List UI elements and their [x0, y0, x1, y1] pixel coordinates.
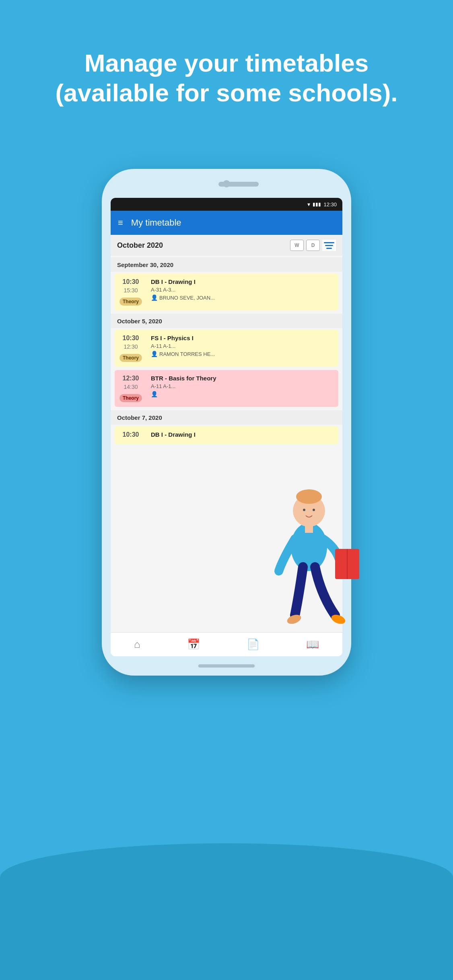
event-start-btr: 12:30 [123, 375, 139, 382]
event-tag-fs1: Theory [119, 354, 142, 362]
event-title-fs1: FS I - Physics I [151, 335, 334, 341]
event-time-col-btr: 12:30 14:30 Theory [115, 370, 147, 407]
event-info-btr: BTR - Basis for Theory A-11 A-1... 👤 [147, 370, 338, 407]
status-time: 12:30 [323, 201, 337, 208]
signal-icon: ▮▮▮ [313, 201, 321, 207]
date-section-sep30: September 30, 2020 [111, 257, 342, 272]
event-start-fs1: 10:30 [123, 335, 139, 342]
event-end-fs1: 12:30 [124, 343, 138, 350]
view-buttons: W D [290, 240, 336, 251]
event-start-time: 10:30 [123, 278, 139, 286]
teacher-icon-fs1: 👤 [151, 351, 158, 357]
month-title: October 2020 [117, 241, 163, 250]
event-info-fs1: FS I - Physics I A-11 A-1... 👤 RAMON TOR… [147, 330, 338, 367]
date-section-oct7: October 7, 2020 [111, 410, 342, 425]
nav-home[interactable]: ⌂ [134, 638, 140, 651]
list-line-3 [326, 248, 332, 249]
event-card-fs1[interactable]: 10:30 12:30 Theory FS I - Physics I A-11… [115, 330, 338, 367]
app-bar: ≡ My timetable [111, 211, 342, 235]
month-header: October 2020 W D [111, 235, 342, 256]
date-label-sep30: September 30, 2020 [117, 261, 173, 268]
phone-home-bar [198, 664, 255, 668]
week-view-button[interactable]: W [290, 240, 304, 251]
wifi-icon: ▾ [307, 201, 310, 208]
nav-calendar[interactable]: 📅 [187, 638, 200, 651]
date-label-oct5: October 5, 2020 [117, 318, 162, 325]
svg-point-10 [313, 509, 315, 511]
event-tag-btr: Theory [119, 394, 142, 402]
home-icon: ⌂ [134, 638, 140, 651]
event-time-col: 10:30 15:30 Theory [115, 273, 147, 310]
menu-icon[interactable]: ≡ [118, 218, 123, 228]
hero-line2: (available for some schools). [24, 78, 429, 108]
teacher-icon-btr: 👤 [151, 391, 158, 397]
event-tag: Theory [119, 298, 142, 306]
event-end-time: 15:30 [124, 287, 138, 294]
event-title-oct7: DB I - Drawing I [151, 431, 334, 438]
event-room-fs1: A-11 A-1... [151, 343, 334, 349]
calendar-icon: 📅 [187, 638, 200, 651]
event-info-oct7: DB I - Drawing I [147, 426, 338, 444]
phone-mockup: ▾ ▮▮▮ 12:30 ≡ My timetable October 2020 … [102, 169, 351, 676]
event-teacher-btr: 👤 [151, 391, 334, 397]
list-line-1 [324, 242, 334, 243]
ground-wave [0, 843, 453, 980]
event-teacher-fs1: 👤 RAMON TORRES HE... [151, 351, 334, 357]
hero-line1: Manage your timetables [24, 48, 429, 78]
event-end-btr: 14:30 [124, 384, 138, 390]
teacher-icon: 👤 [151, 294, 158, 301]
character-illustration [247, 442, 375, 676]
app-bar-title: My timetable [131, 218, 181, 228]
event-room-btr: A-11 A-1... [151, 383, 334, 389]
phone-speaker [218, 182, 259, 187]
event-time-col-fs1: 10:30 12:30 Theory [115, 330, 147, 367]
event-time-col-oct7: 10:30 [115, 426, 147, 444]
date-label-oct7: October 7, 2020 [117, 414, 162, 421]
event-card-db1-sep30[interactable]: 10:30 15:30 Theory DB I - Drawing I A-31… [115, 273, 338, 310]
day-view-button[interactable]: D [306, 240, 320, 251]
list-line-2 [325, 245, 333, 246]
event-title-btr: BTR - Basis for Theory [151, 375, 334, 382]
svg-rect-8 [305, 525, 313, 533]
event-teacher: 👤 BRUNO SEVE, JOAN... [151, 294, 334, 301]
svg-point-2 [296, 489, 322, 504]
date-section-oct5: October 5, 2020 [111, 314, 342, 328]
svg-point-9 [303, 509, 305, 511]
event-room: A-31 A-3... [151, 287, 334, 293]
event-start-oct7: 10:30 [123, 431, 139, 438]
event-card-btr[interactable]: 12:30 14:30 Theory BTR - Basis for Theor… [115, 370, 338, 407]
event-title: DB I - Drawing I [151, 278, 334, 285]
event-info-col: DB I - Drawing I A-31 A-3... 👤 BRUNO SEV… [147, 273, 338, 310]
status-bar: ▾ ▮▮▮ 12:30 [111, 198, 342, 211]
hero-text: Manage your timetables (available for so… [0, 0, 453, 108]
event-card-db1-oct7[interactable]: 10:30 DB I - Drawing I [115, 426, 338, 444]
list-view-button[interactable] [322, 240, 336, 251]
